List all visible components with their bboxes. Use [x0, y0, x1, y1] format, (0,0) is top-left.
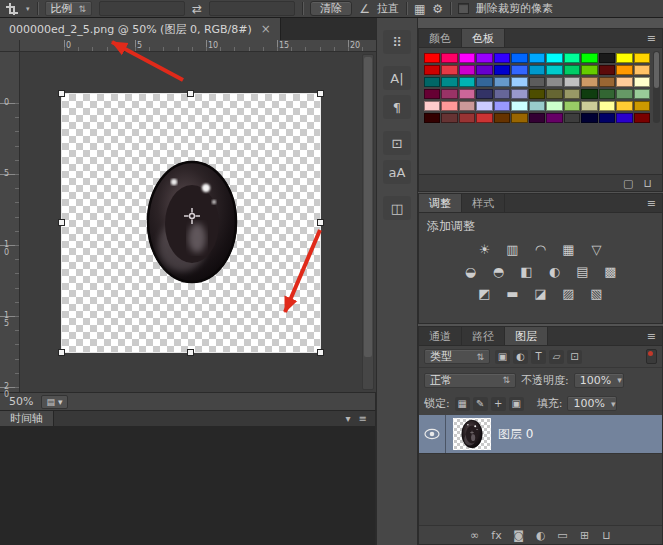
crop-height-input[interactable]: [209, 1, 295, 16]
filter-adjustment-layers-icon[interactable]: ◐: [513, 350, 528, 364]
color-swatch[interactable]: [424, 101, 440, 111]
crop-tool-icon[interactable]: [6, 3, 19, 15]
color-swatch[interactable]: [564, 65, 580, 75]
color-swatch[interactable]: [616, 77, 632, 87]
layer-filter-switch[interactable]: [646, 349, 657, 364]
layer-style-icon[interactable]: fx: [490, 529, 503, 542]
color-swatch[interactable]: [459, 65, 475, 75]
color-swatch[interactable]: [581, 113, 597, 123]
color-swatch[interactable]: [494, 89, 510, 99]
opacity-field[interactable]: 100% ▾: [574, 373, 624, 388]
color-swatch[interactable]: [616, 101, 632, 111]
color-swatch[interactable]: [441, 113, 457, 123]
delete-layer-icon[interactable]: ⊔: [600, 529, 613, 542]
color-swatch[interactable]: [546, 65, 562, 75]
crop-handle-bottom-middle[interactable]: [187, 349, 194, 356]
color-swatch[interactable]: [476, 113, 492, 123]
lock-all-icon[interactable]: ▣: [509, 397, 524, 411]
color-swatch[interactable]: [494, 101, 510, 111]
lock-transparent-pixels-icon[interactable]: ▦: [455, 397, 470, 411]
color-swatch[interactable]: [424, 77, 440, 87]
panel-menu-icon[interactable]: ≡: [647, 330, 662, 343]
color-swatch[interactable]: [616, 89, 632, 99]
color-swatch[interactable]: [599, 89, 615, 99]
paragraph-panel-icon[interactable]: ¶: [383, 95, 411, 119]
pasteboard[interactable]: [20, 52, 376, 392]
color-swatch[interactable]: [616, 65, 632, 75]
color-swatch[interactable]: [564, 101, 580, 111]
color-swatch[interactable]: [581, 53, 597, 63]
tool-preset-arrow-icon[interactable]: ▾: [26, 5, 30, 13]
3d-panel-icon[interactable]: ◫: [383, 196, 411, 220]
color-swatch[interactable]: [616, 113, 632, 123]
delete-cropped-pixels-checkbox[interactable]: [458, 3, 469, 14]
ruler-corner[interactable]: [0, 40, 20, 52]
color-swatch[interactable]: [511, 77, 527, 87]
straighten-icon[interactable]: ∠: [359, 3, 370, 15]
color-swatch[interactable]: [564, 113, 580, 123]
color-swatch[interactable]: [529, 77, 545, 87]
crop-handle-top-middle[interactable]: [187, 90, 194, 97]
invert-icon[interactable]: ◩: [473, 284, 496, 303]
layer-filter-kind-dropdown[interactable]: 类型 ⇅: [424, 349, 490, 364]
threshold-icon[interactable]: ◪: [529, 284, 552, 303]
panel-menu-icon[interactable]: ≡: [647, 32, 662, 45]
color-swatch[interactable]: [546, 77, 562, 87]
color-swatch[interactable]: [441, 101, 457, 111]
gear-icon[interactable]: ⚙: [432, 3, 443, 15]
color-swatch[interactable]: [599, 101, 615, 111]
color-swatch[interactable]: [546, 113, 562, 123]
crop-handle-top-left[interactable]: [58, 90, 65, 97]
tab-color[interactable]: 颜色: [419, 29, 462, 47]
color-swatch[interactable]: [634, 113, 650, 123]
color-swatch[interactable]: [529, 113, 545, 123]
close-icon[interactable]: ×: [261, 22, 271, 36]
color-swatch[interactable]: [581, 89, 597, 99]
color-swatch[interactable]: [459, 89, 475, 99]
swatches-scrollbar[interactable]: [653, 51, 660, 123]
color-swatch[interactable]: [441, 53, 457, 63]
color-swatch[interactable]: [441, 89, 457, 99]
filter-pixel-layers-icon[interactable]: ▣: [495, 350, 510, 364]
document-info-widget[interactable]: ▤ ▾: [41, 395, 67, 409]
color-lookup-icon[interactable]: ▩: [599, 262, 622, 281]
color-swatch[interactable]: [564, 89, 580, 99]
hue-saturation-icon[interactable]: ◒: [459, 262, 482, 281]
color-swatch[interactable]: [424, 65, 440, 75]
panel-menu-icon[interactable]: ≡: [647, 197, 662, 210]
color-swatch[interactable]: [634, 101, 650, 111]
color-swatch[interactable]: [511, 89, 527, 99]
tab-adjustments[interactable]: 调整: [419, 194, 462, 212]
photo-filter-icon[interactable]: ◐: [543, 262, 566, 281]
color-swatch[interactable]: [581, 101, 597, 111]
crop-handle-middle-left[interactable]: [58, 219, 65, 226]
straighten-label[interactable]: 拉直: [377, 1, 399, 16]
color-swatch[interactable]: [634, 53, 650, 63]
tab-paths[interactable]: 路径: [462, 327, 505, 345]
filter-smart-objects-icon[interactable]: ⊡: [567, 350, 582, 364]
crop-handle-top-right[interactable]: [317, 90, 324, 97]
vertical-ruler[interactable]: 051 01 52 0: [0, 52, 20, 392]
new-swatch-icon[interactable]: ▢: [623, 177, 633, 190]
color-swatch[interactable]: [529, 65, 545, 75]
color-swatch[interactable]: [564, 77, 580, 87]
color-swatch[interactable]: [424, 113, 440, 123]
color-swatch[interactable]: [441, 65, 457, 75]
timeline-tab[interactable]: 时间轴: [0, 411, 54, 427]
zoom-level[interactable]: 50%: [9, 395, 33, 408]
color-swatch[interactable]: [634, 89, 650, 99]
tab-layers[interactable]: 图层: [505, 327, 548, 345]
selective-color-icon[interactable]: ▧: [585, 284, 608, 303]
color-swatch[interactable]: [634, 77, 650, 87]
crop-handle-bottom-right[interactable]: [317, 349, 324, 356]
levels-icon[interactable]: ▥: [501, 240, 524, 259]
brush-presets-icon[interactable]: ⠿: [383, 30, 411, 54]
color-swatch[interactable]: [424, 89, 440, 99]
layer-visibility-toggle[interactable]: [419, 415, 446, 453]
layer-row-selected[interactable]: 图层 0: [419, 415, 662, 454]
curves-icon[interactable]: ◠: [529, 240, 552, 259]
swap-dimensions-icon[interactable]: ⇄: [192, 3, 202, 15]
brightness-contrast-icon[interactable]: ☀: [473, 240, 496, 259]
layer-thumbnail[interactable]: [453, 418, 491, 450]
crop-ratio-dropdown[interactable]: 比例 ⇅: [45, 1, 93, 16]
